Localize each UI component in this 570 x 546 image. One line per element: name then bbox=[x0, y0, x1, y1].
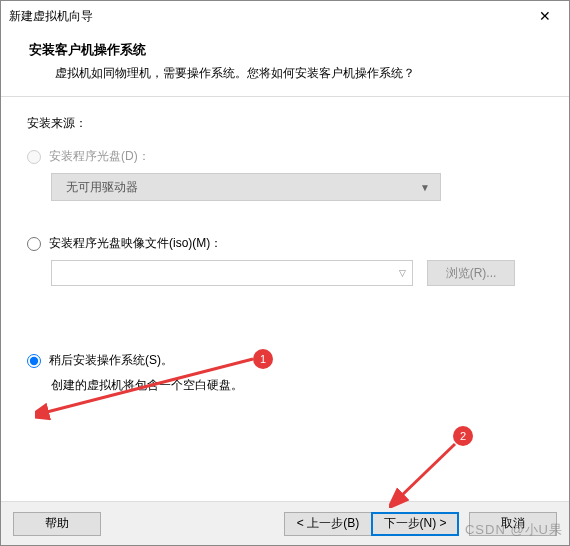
radio-install-later[interactable] bbox=[27, 354, 41, 368]
close-button[interactable]: ✕ bbox=[525, 3, 565, 29]
annotation-arrow-2 bbox=[389, 438, 469, 508]
option-iso-image[interactable]: 安装程序光盘映像文件(iso)(M)： bbox=[27, 235, 543, 252]
chevron-down-icon: ▽ bbox=[399, 268, 406, 278]
page-subtitle: 虚拟机如同物理机，需要操作系统。您将如何安装客户机操作系统？ bbox=[55, 65, 547, 82]
back-button[interactable]: < 上一步(B) bbox=[284, 512, 372, 536]
browse-button: 浏览(R)... bbox=[427, 260, 515, 286]
next-button[interactable]: 下一步(N) > bbox=[371, 512, 459, 536]
option-installer-disc: 安装程序光盘(D)： bbox=[27, 148, 543, 165]
window-title: 新建虚拟机向导 bbox=[9, 8, 93, 25]
radio-installer-disc bbox=[27, 150, 41, 164]
install-later-hint: 创建的虚拟机将包含一个空白硬盘。 bbox=[51, 377, 543, 394]
install-source-label: 安装来源： bbox=[27, 115, 543, 132]
option-install-later[interactable]: 稍后安装操作系统(S)。 bbox=[27, 352, 543, 369]
wizard-content: 安装来源： 安装程序光盘(D)： 无可用驱动器 ▼ 安装程序光盘映像文件(iso… bbox=[1, 97, 569, 404]
watermark: CSDN @小U果 bbox=[465, 521, 563, 539]
disc-drive-value: 无可用驱动器 bbox=[66, 179, 138, 196]
radio-installer-disc-label: 安装程序光盘(D)： bbox=[49, 148, 150, 165]
svg-line-1 bbox=[399, 444, 455, 498]
titlebar: 新建虚拟机向导 ✕ bbox=[1, 1, 569, 31]
iso-path-input[interactable]: ▽ bbox=[51, 260, 413, 286]
radio-install-later-label: 稍后安装操作系统(S)。 bbox=[49, 352, 173, 369]
wizard-header: 安装客户机操作系统 虚拟机如同物理机，需要操作系统。您将如何安装客户机操作系统？ bbox=[1, 31, 569, 97]
annotation-badge-2: 2 bbox=[453, 426, 473, 446]
chevron-down-icon: ▼ bbox=[420, 182, 430, 193]
help-button[interactable]: 帮助 bbox=[13, 512, 101, 536]
page-title: 安装客户机操作系统 bbox=[29, 41, 547, 59]
close-icon: ✕ bbox=[539, 8, 551, 24]
radio-iso-image[interactable] bbox=[27, 237, 41, 251]
disc-drive-dropdown: 无可用驱动器 ▼ bbox=[51, 173, 441, 201]
radio-iso-image-label: 安装程序光盘映像文件(iso)(M)： bbox=[49, 235, 222, 252]
new-vm-wizard-dialog: 新建虚拟机向导 ✕ 安装客户机操作系统 虚拟机如同物理机，需要操作系统。您将如何… bbox=[0, 0, 570, 546]
